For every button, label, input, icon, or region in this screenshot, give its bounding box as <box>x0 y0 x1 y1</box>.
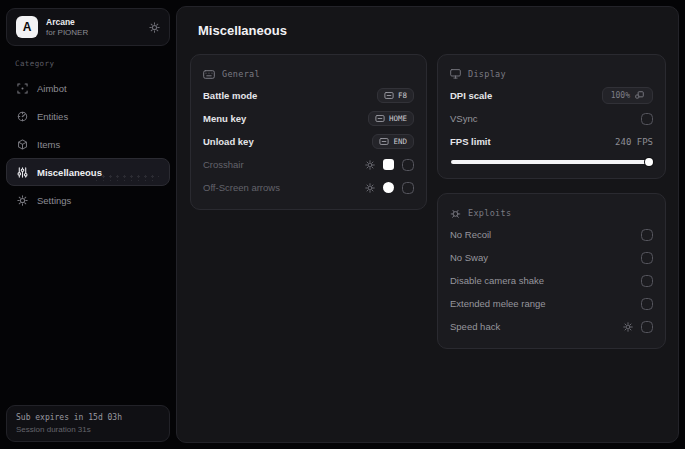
offscreen-color-swatch[interactable] <box>383 182 394 193</box>
dpi-scale-select[interactable]: 100% <box>602 87 653 104</box>
fps-limit-value: 240 FPS <box>615 137 653 147</box>
display-panel: Display DPI scale 100% <box>437 54 666 179</box>
page-title: Miscellaneous <box>198 23 666 38</box>
keyboard-icon <box>375 115 385 122</box>
disable-camera-shake-row: Disable camera shake <box>450 269 653 292</box>
app-name: Arcane <box>46 17 141 27</box>
battle-mode-keybind[interactable]: F8 <box>377 88 414 103</box>
menu-key-row: Menu key HOME <box>203 107 414 130</box>
dpi-scale-value: 100% <box>611 91 630 100</box>
setting-label: Extended melee range <box>450 298 641 309</box>
sub-expires-text: Sub expires in 15d 03h <box>16 413 160 422</box>
setting-label: Off-Screen arrows <box>203 182 365 193</box>
app-subtitle: for PIONER <box>46 28 141 38</box>
disable-camera-shake-checkbox[interactable] <box>641 275 653 287</box>
sliders-icon <box>17 167 28 178</box>
sidebar-item-label: Settings <box>37 195 71 206</box>
extended-melee-range-row: Extended melee range <box>450 292 653 315</box>
menu-keybind[interactable]: HOME <box>368 111 414 126</box>
exploits-panel: Exploits No Recoil No Sway Disable camer… <box>437 193 666 349</box>
no-recoil-checkbox[interactable] <box>641 229 653 241</box>
setting-label: No Sway <box>450 252 641 263</box>
battle-mode-row: Battle mode F8 <box>203 84 414 107</box>
radar-icon <box>17 111 28 122</box>
crosshair-row: Crosshair <box>203 153 414 176</box>
bug-icon <box>450 208 461 219</box>
gear-icon[interactable] <box>149 22 160 33</box>
unload-keybind[interactable]: END <box>372 134 414 149</box>
setting-label: DPI scale <box>450 90 602 101</box>
slider-thumb[interactable] <box>645 158 653 166</box>
cube-icon <box>17 139 28 150</box>
session-duration-text: Session duration 31s <box>16 425 160 434</box>
panel-title: Exploits <box>468 208 511 218</box>
sidebar-item-label: Aimbot <box>37 83 67 94</box>
vsync-row: VSync <box>450 107 653 130</box>
scale-icon <box>635 91 644 100</box>
dpi-scale-row: DPI scale 100% <box>450 84 653 107</box>
vsync-checkbox[interactable] <box>641 113 653 125</box>
keyboard-icon <box>379 138 389 145</box>
category-label: Category <box>15 59 162 68</box>
no-recoil-row: No Recoil <box>450 223 653 246</box>
speed-hack-row: Speed hack <box>450 315 653 338</box>
offscreen-checkbox[interactable] <box>402 182 414 194</box>
speed-hack-settings-gear-icon[interactable] <box>623 322 633 332</box>
panel-title: Display <box>468 69 506 79</box>
gear-icon <box>17 195 28 206</box>
brand-card: A Arcane for PIONER <box>6 8 170 46</box>
keybind-value: HOME <box>389 114 407 123</box>
offscreen-settings-gear-icon[interactable] <box>365 183 375 193</box>
dotted-texture <box>93 174 159 181</box>
panel-title: General <box>222 69 260 79</box>
sidebar-nav: Aimbot Entities Items <box>6 74 170 214</box>
setting-label: Unload key <box>203 136 372 147</box>
setting-label: Menu key <box>203 113 368 124</box>
setting-label: Disable camera shake <box>450 275 641 286</box>
subscription-card: Sub expires in 15d 03h Session duration … <box>6 405 170 442</box>
sidebar-item-items[interactable]: Items <box>6 130 170 158</box>
sidebar-item-aimbot[interactable]: Aimbot <box>6 74 170 102</box>
fps-limit-row: FPS limit 240 FPS <box>450 130 653 153</box>
setting-label: No Recoil <box>450 229 641 240</box>
keybind-value: F8 <box>398 91 407 100</box>
sidebar: A Arcane for PIONER Category Aim <box>0 0 176 449</box>
sidebar-item-label: Items <box>37 139 60 150</box>
crosshair-settings-gear-icon[interactable] <box>365 160 375 170</box>
main-content: Miscellaneous General B <box>176 6 679 443</box>
keyboard-icon <box>203 70 215 79</box>
sidebar-item-miscellaneous[interactable]: Miscellaneous <box>6 158 170 186</box>
no-sway-checkbox[interactable] <box>641 252 653 264</box>
sidebar-item-settings[interactable]: Settings <box>6 186 170 214</box>
keybind-value: END <box>393 137 407 146</box>
keyboard-icon <box>384 92 394 99</box>
monitor-icon <box>450 69 461 79</box>
no-sway-row: No Sway <box>450 246 653 269</box>
sidebar-item-label: Entities <box>37 111 68 122</box>
brand-text: Arcane for PIONER <box>46 17 141 38</box>
app-window: A Arcane for PIONER Category Aim <box>0 0 685 449</box>
extended-melee-range-checkbox[interactable] <box>641 298 653 310</box>
setting-label: Battle mode <box>203 90 377 101</box>
setting-label: Crosshair <box>203 159 365 170</box>
sidebar-item-entities[interactable]: Entities <box>6 102 170 130</box>
crosshair-color-swatch[interactable] <box>383 159 394 170</box>
general-panel: General Battle mode F8 <box>190 54 427 210</box>
unload-key-row: Unload key END <box>203 130 414 153</box>
crosshair-scan-icon <box>17 83 28 94</box>
setting-label: FPS limit <box>450 136 615 147</box>
fps-limit-slider[interactable] <box>451 160 652 164</box>
setting-label: Speed hack <box>450 321 623 332</box>
crosshair-checkbox[interactable] <box>402 159 414 171</box>
app-logo: A <box>16 16 38 38</box>
offscreen-arrows-row: Off-Screen arrows <box>203 176 414 199</box>
speed-hack-checkbox[interactable] <box>641 321 653 333</box>
setting-label: VSync <box>450 113 641 124</box>
